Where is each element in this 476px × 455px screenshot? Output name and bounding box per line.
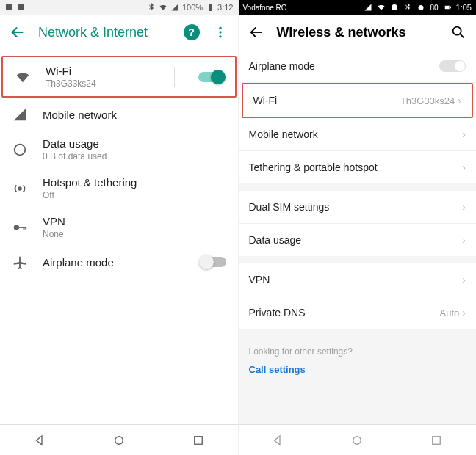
footer-question: Looking for other settings? xyxy=(249,346,466,357)
nav-bar xyxy=(239,424,477,455)
settings-list: Airplane mode Wi-Fi Th3G33ks24 › Mobile … xyxy=(239,50,477,424)
status-bar: Vodafone RO 80 1:05 xyxy=(239,0,477,15)
status-bar: 100% 3:12 xyxy=(0,0,238,15)
airplane-icon xyxy=(12,254,28,270)
chevron-right-icon: › xyxy=(462,128,466,140)
airplane-toggle[interactable] xyxy=(439,60,466,72)
bluetooth-icon xyxy=(147,3,156,12)
signal-icon xyxy=(170,3,179,12)
row-value: Auto xyxy=(440,307,460,318)
app-bar: Wireless & networks xyxy=(239,15,477,50)
svg-rect-11 xyxy=(24,227,25,230)
row-wifi[interactable]: Wi-Fi Th3G33ks24 › xyxy=(243,84,472,117)
other-settings-box: Looking for other settings? Call setting… xyxy=(239,336,477,385)
hotspot-icon xyxy=(12,181,28,197)
row-title: Data usage xyxy=(43,137,226,150)
nav-back-button[interactable] xyxy=(33,434,46,447)
chevron-right-icon: › xyxy=(458,95,461,106)
svg-point-9 xyxy=(14,225,19,230)
row-hotspot[interactable]: Hotspot & tethering Off xyxy=(0,169,238,208)
row-data-usage[interactable]: Data usage 0 B of data used xyxy=(0,130,238,169)
row-airplane[interactable]: Airplane mode xyxy=(239,50,477,83)
svg-point-5 xyxy=(219,31,221,33)
svg-point-8 xyxy=(18,187,21,190)
alarm-icon xyxy=(416,3,425,12)
svg-point-4 xyxy=(219,27,221,29)
nav-home-button[interactable] xyxy=(350,434,364,447)
chevron-right-icon: › xyxy=(462,201,466,213)
wifi-icon xyxy=(377,3,386,12)
carrier-text: Vodafone RO xyxy=(243,4,287,12)
battery-text: 100% xyxy=(182,3,203,12)
row-label: VPN xyxy=(249,274,463,285)
row-data-usage[interactable]: Data usage › xyxy=(239,224,477,256)
row-wifi[interactable]: Wi-Fi Th3G33ks24 xyxy=(3,57,235,96)
row-title: Mobile network xyxy=(43,109,226,121)
search-button[interactable] xyxy=(450,23,467,41)
svg-rect-2 xyxy=(209,4,212,11)
row-subtitle: Th3G33ks24 xyxy=(46,79,154,89)
back-button[interactable] xyxy=(9,23,26,41)
phone-left: 100% 3:12 Network & Internet ? Wi-Fi Th3… xyxy=(0,0,238,455)
row-value: Th3G33ks24 xyxy=(400,95,455,106)
row-label: Private DNS xyxy=(249,307,440,318)
row-subtitle: None xyxy=(43,229,226,239)
svg-point-16 xyxy=(419,5,424,10)
vpn-key-icon xyxy=(12,219,28,236)
clock-text: 3:12 xyxy=(217,3,233,12)
notif-icon xyxy=(4,3,13,12)
clock-text: 1:05 xyxy=(456,3,472,12)
dnd-icon xyxy=(390,3,399,12)
row-label: Data usage xyxy=(249,234,463,246)
wifi-icon xyxy=(15,69,31,85)
row-title: VPN xyxy=(43,215,226,228)
nav-home-button[interactable] xyxy=(112,434,126,447)
highlight-wifi: Wi-Fi Th3G33ks24 xyxy=(1,56,237,98)
signal-icon xyxy=(364,3,372,12)
overflow-menu-button[interactable] xyxy=(212,23,229,41)
nav-bar xyxy=(0,424,238,455)
data-usage-icon xyxy=(12,142,28,158)
svg-rect-3 xyxy=(209,4,211,4)
airplane-toggle[interactable] xyxy=(201,257,226,267)
nav-recent-button[interactable] xyxy=(430,434,443,447)
highlight-wifi: Wi-Fi Th3G33ks24 › xyxy=(242,83,474,118)
notif-icon xyxy=(16,3,25,12)
battery-icon xyxy=(206,3,214,12)
svg-point-6 xyxy=(219,35,221,37)
svg-rect-12 xyxy=(25,227,26,230)
bluetooth-icon xyxy=(403,3,412,12)
divider xyxy=(174,67,175,87)
battery-icon xyxy=(443,3,452,12)
row-tethering[interactable]: Tethering & portable hotspot › xyxy=(239,151,477,183)
row-vpn[interactable]: VPN None xyxy=(0,208,238,247)
row-label: Airplane mode xyxy=(249,60,440,72)
settings-list: Wi-Fi Th3G33ks24 Mobile network Data usa… xyxy=(0,50,238,424)
row-mobile-network[interactable]: Mobile network xyxy=(0,99,238,130)
chevron-right-icon: › xyxy=(462,161,466,173)
nav-recent-button[interactable] xyxy=(192,434,205,447)
svg-point-15 xyxy=(392,4,397,10)
wifi-icon xyxy=(159,3,167,12)
wifi-toggle[interactable] xyxy=(198,72,223,82)
app-bar: Network & Internet ? xyxy=(0,15,238,50)
row-dual-sim[interactable]: Dual SIM settings › xyxy=(239,191,477,224)
row-label: Tethering & portable hotspot xyxy=(249,161,463,173)
call-settings-link[interactable]: Call settings xyxy=(249,364,466,375)
row-title: Wi-Fi xyxy=(46,65,154,77)
row-private-dns[interactable]: Private DNS Auto › xyxy=(239,296,477,329)
svg-rect-0 xyxy=(6,4,12,10)
row-mobile-network[interactable]: Mobile network › xyxy=(239,118,477,151)
row-subtitle: Off xyxy=(43,190,226,200)
nav-back-button[interactable] xyxy=(271,434,284,447)
row-vpn[interactable]: VPN › xyxy=(239,263,477,296)
back-button[interactable] xyxy=(248,23,265,41)
chevron-right-icon: › xyxy=(462,234,466,246)
help-button[interactable]: ? xyxy=(184,24,200,40)
page-title: Wireless & networks xyxy=(277,25,406,40)
row-label: Wi-Fi xyxy=(253,95,400,106)
svg-point-21 xyxy=(353,436,361,444)
battery-text: 80 xyxy=(430,4,438,12)
row-airplane[interactable]: Airplane mode xyxy=(0,247,238,277)
phone-right: Vodafone RO 80 1:05 Wireless & networks … xyxy=(238,0,477,455)
